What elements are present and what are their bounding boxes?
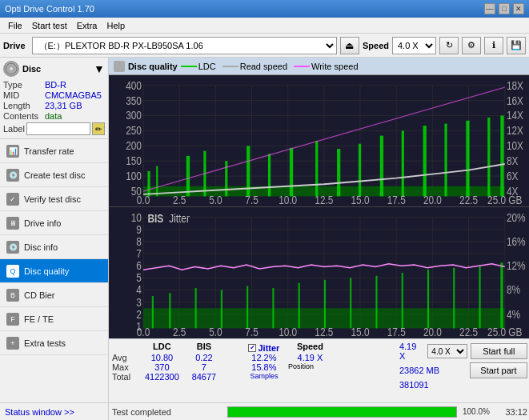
mid-label: MID (3, 90, 43, 100)
svg-text:12%: 12% (507, 259, 526, 272)
disc-expand-icon[interactable]: ▼ (94, 62, 105, 75)
eject-button[interactable]: ⏏ (340, 37, 359, 54)
svg-text:200: 200 (126, 139, 142, 152)
col-header-bis: BIS (184, 342, 224, 353)
contents-value: data (45, 111, 105, 121)
label-edit-button[interactable]: ✏ (92, 122, 105, 135)
refresh-icon[interactable]: ↻ (439, 37, 459, 54)
info-icon[interactable]: ℹ (484, 37, 503, 54)
avg-speed: 4.19 X (288, 353, 332, 362)
position-label: Position (288, 362, 332, 372)
start-full-label: Start full (483, 346, 515, 356)
avg-jitter: 12.2% (240, 353, 288, 362)
nav-disc-quality-label: Disc quality (24, 266, 69, 276)
speed-select[interactable]: 4.0 X (392, 37, 436, 54)
nav-drive-info[interactable]: 🖥 Drive info (0, 211, 108, 235)
menu-file[interactable]: File (3, 20, 27, 31)
nav-extra-tests-label: Extra tests (24, 338, 66, 348)
avg-ldc: 10.80 (140, 353, 184, 362)
write-speed-label: Write speed (311, 62, 359, 71)
nav-disc-quality[interactable]: Q Disc quality (0, 259, 108, 283)
drive-select[interactable]: （E:）PLEXTOR BD-R PX-LB950SA 1.06 (32, 37, 337, 54)
nav-extra-tests[interactable]: + Extra tests (0, 331, 108, 355)
speed-dropdown[interactable]: 4.0 X (427, 344, 467, 358)
menu-help[interactable]: Help (102, 20, 130, 31)
maximize-button[interactable]: □ (499, 3, 510, 14)
jitter-checkbox[interactable]: ✓ (248, 344, 256, 352)
svg-text:300: 300 (126, 110, 142, 122)
nav-disc-info[interactable]: 💿 Disc info (0, 235, 108, 259)
svg-text:17.5: 17.5 (387, 194, 406, 206)
nav-transfer-rate-label: Transfer rate (24, 146, 74, 156)
label-input[interactable] (26, 122, 90, 135)
svg-rect-30 (290, 148, 293, 197)
svg-rect-23 (147, 171, 150, 197)
disc-quality-icon: Q (6, 265, 19, 278)
ldc-color (181, 66, 197, 67)
nav-create-test-disc[interactable]: 💿 Create test disc (0, 163, 108, 187)
bottom-status-bar: Test completed 100.0% 33:12 (109, 402, 529, 420)
verify-icon: ✓ (6, 193, 19, 206)
nav-fe-te[interactable]: F FE / TE (0, 307, 108, 331)
nav-drive-info-label: Drive info (24, 218, 61, 228)
chart-title: Disc quality (128, 62, 178, 71)
settings-icon[interactable]: ⚙ (462, 37, 481, 54)
nav-transfer-rate[interactable]: 📊 Transfer rate (0, 139, 108, 163)
avg-label: Avg (112, 353, 140, 362)
fe-te-icon: F (6, 313, 19, 326)
svg-text:2.5: 2.5 (173, 194, 186, 206)
svg-rect-95 (194, 288, 196, 328)
menu-extra[interactable]: Extra (72, 20, 102, 31)
length-value: 23,31 GB (45, 101, 105, 110)
create-test-icon: 💿 (6, 169, 19, 182)
svg-text:12.5: 12.5 (315, 194, 333, 206)
drivebar: Drive （E:）PLEXTOR BD-R PX-LB950SA 1.06 ⏏… (0, 34, 529, 58)
drive-info-icon: 🖥 (6, 217, 19, 230)
legend-write-speed: Write speed (294, 62, 359, 71)
top-chart: 400 350 300 250 200 150 100 50 18X 16X 1… (109, 75, 529, 207)
samples-value: 381091 (399, 380, 429, 390)
nav-cd-bier[interactable]: B CD Bier (0, 283, 108, 307)
close-button[interactable]: ✕ (513, 3, 524, 14)
samples-label: Samples (240, 372, 288, 382)
svg-text:4%: 4% (507, 308, 520, 321)
mid-value: CMCMAGBA5 (45, 90, 105, 100)
max-jitter: 15.8% (240, 362, 288, 372)
svg-point-1 (10, 67, 13, 70)
sidebar: Disc ▼ Type BD-R MID CMCMAGBA5 Length 23… (0, 58, 109, 420)
start-full-button[interactable]: Start full (471, 343, 527, 359)
read-speed-color (222, 66, 238, 67)
svg-text:2.5: 2.5 (173, 326, 186, 338)
svg-text:14X: 14X (507, 110, 523, 122)
svg-rect-97 (246, 286, 248, 328)
svg-rect-32 (337, 149, 340, 196)
speed-label: Speed (363, 41, 389, 50)
nav-verify-test-disc[interactable]: ✓ Verify test disc (0, 187, 108, 211)
disc-info-icon: 💿 (6, 241, 19, 254)
save-icon[interactable]: 💾 (507, 37, 526, 54)
svg-rect-37 (444, 124, 447, 197)
minimize-button[interactable]: — (484, 3, 495, 14)
titlebar: Opti Drive Control 1.70 — □ ✕ (0, 0, 529, 18)
charts-area: 400 350 300 250 200 150 100 50 18X 16X 1… (109, 75, 529, 338)
svg-text:20%: 20% (507, 211, 526, 224)
stats-table: LDC BIS ✓ Jitter Speed (112, 342, 396, 382)
avg-bis: 0.22 (184, 353, 224, 362)
bottom-chart: BIS Jitter (109, 207, 529, 338)
speed-display: 4.19 X (399, 342, 424, 361)
disc-info-grid: Type BD-R MID CMCMAGBA5 Length 23,31 GB … (3, 80, 105, 121)
max-bis: 7 (184, 362, 224, 372)
max-ldc: 370 (140, 362, 184, 372)
nav-fe-te-label: FE / TE (24, 314, 54, 324)
svg-text:7.5: 7.5 (245, 326, 258, 338)
status-window-button[interactable]: Status window >> (0, 402, 108, 420)
menu-start-test[interactable]: Start test (27, 20, 72, 31)
nav-create-test-label: Create test disc (24, 170, 85, 180)
position-value: 23862 MB (399, 366, 439, 375)
svg-rect-107 (500, 262, 503, 328)
start-part-button[interactable]: Start part (470, 362, 527, 378)
nav-cd-bier-label: CD Bier (24, 290, 55, 300)
svg-text:16%: 16% (507, 235, 526, 248)
svg-text:0.0: 0.0 (137, 326, 150, 338)
legend-ldc: LDC (181, 62, 216, 71)
